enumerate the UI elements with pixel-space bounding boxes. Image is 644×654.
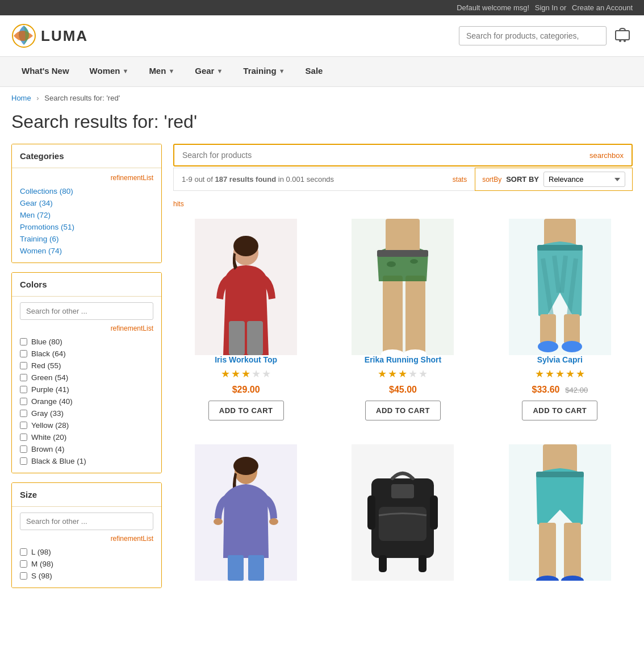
logo-area[interactable]: LUMA [11,23,88,48]
nav-item-men[interactable]: Men ▼ [139,57,185,86]
stats-prefix: 1-9 out of [182,175,215,184]
svg-point-31 [233,457,258,475]
svg-rect-50 [536,472,584,477]
category-men[interactable]: Men (72) [20,209,153,221]
breadcrumb: Home › Search results for: 'red' [0,87,644,106]
color-brown[interactable]: Brown (4) [20,443,153,455]
product-stars-erika: ★ ★ ★ ★ ★ [336,368,469,380]
svg-point-2 [619,40,621,42]
category-gear[interactable]: Gear (34) [20,197,153,209]
svg-point-6 [233,236,258,256]
colors-section: Colors refinementList Blue (80) Black (6… [11,272,162,473]
stats-suffix: in 0.001 seconds [276,175,334,184]
svg-rect-25 [564,314,580,344]
color-black[interactable]: Black (64) [20,348,153,360]
hits-label: hits [173,197,633,210]
svg-rect-40 [419,555,426,572]
sidebar: Categories refinementList Collections (8… [11,144,162,597]
header-search-input[interactable] [459,26,607,45]
size-l[interactable]: L (98) [20,546,153,558]
category-promotions[interactable]: Promotions (51) [20,221,153,233]
category-training[interactable]: Training (6) [20,233,153,245]
product-price-current-iris: $29.00 [232,385,260,394]
svg-point-26 [538,341,558,352]
categories-section: Categories refinementList Collections (8… [11,144,162,263]
product-name-erika[interactable]: Erika Running Short [336,355,469,364]
color-white[interactable]: White (20) [20,431,153,443]
results-search-input[interactable] [182,151,589,160]
categories-refinement-label: refinementList [20,174,153,182]
sort-select[interactable]: Relevance Price: Low to High Price: High… [543,172,625,187]
row2-1-product-image [195,444,297,581]
stats-section: 1-9 out of 187 results found in 0.001 se… [174,168,475,190]
nav-item-women[interactable]: Women ▼ [80,57,139,86]
add-to-cart-iris[interactable]: ADD TO CART [208,401,284,420]
color-yellow[interactable]: Yellow (28) [20,419,153,431]
create-account-link[interactable]: Create an Account [572,3,633,12]
results-search-bar: searchbox [173,144,633,166]
svg-rect-42 [430,495,438,530]
product-price-erika: $45.00 [336,385,469,395]
svg-point-15 [410,259,418,264]
product-name-iris[interactable]: Iris Workout Top [179,355,312,364]
nav-item-training[interactable]: Training ▼ [233,57,295,86]
size-s[interactable]: S (98) [20,570,153,582]
size-search-input[interactable] [20,513,153,530]
page-title-area: Search results for: 'red' [0,106,644,144]
svg-rect-47 [564,523,581,580]
product-image-erika [336,219,469,355]
welcome-message: Default welcome msg! [457,3,529,12]
product-price-sylvia: $33.60 $42.00 [494,385,626,395]
svg-rect-41 [367,495,375,530]
searchbox-label: searchbox [589,151,624,160]
color-green[interactable]: Green (54) [20,372,153,384]
category-collections[interactable]: Collections (80) [20,185,153,197]
svg-rect-24 [540,314,556,344]
svg-rect-1 [616,31,629,40]
color-blue[interactable]: Blue (80) [20,336,153,348]
svg-rect-11 [405,276,425,355]
colors-body: refinementList Blue (80) Black (64) Red … [12,297,161,473]
erika-product-image [352,219,454,355]
stats-sort-bar: 1-9 out of 187 results found in 0.001 se… [173,168,633,191]
product-price-old-sylvia: $42.00 [565,386,588,394]
nav-bar: What's New Women ▼ Men ▼ Gear ▼ Training… [0,57,644,87]
product-card-iris: Iris Workout Top ★ ★ ★ ★ ★ $29.00 ADD TO… [173,213,319,427]
size-refinement-label: refinementList [20,535,153,543]
color-red[interactable]: Red (55) [20,360,153,372]
logo-text: LUMA [41,27,88,45]
product-name-sylvia[interactable]: Sylvia Capri [494,355,626,364]
add-to-cart-sylvia[interactable]: ADD TO CART [522,401,597,420]
color-purple[interactable]: Purple (41) [20,384,153,395]
nav-item-gear[interactable]: Gear ▼ [185,57,233,86]
color-orange[interactable]: Orange (40) [20,395,153,407]
svg-rect-46 [539,523,556,580]
size-m[interactable]: M (98) [20,558,153,570]
colors-refinement-label: refinementList [20,324,153,332]
breadcrumb-home[interactable]: Home [11,94,31,102]
women-chevron-icon: ▼ [122,68,128,74]
product-card-erika: Erika Running Short ★ ★ ★ ★ ★ $45.00 ADD… [330,213,475,427]
categories-title: Categories [12,144,161,168]
svg-rect-16 [386,219,420,253]
product-price-iris: $29.00 [179,385,312,395]
product-card-row2-1 [173,438,319,587]
color-gray[interactable]: Gray (33) [20,407,153,419]
svg-rect-7 [229,321,245,355]
color-black-blue[interactable]: Black & Blue (1) [20,455,153,467]
svg-rect-43 [391,484,414,498]
add-to-cart-erika[interactable]: ADD TO CART [365,401,441,420]
sign-in-link[interactable]: Sign In [535,3,558,12]
luma-logo-icon [11,23,36,48]
svg-point-14 [387,261,396,267]
stats-label: stats [453,176,467,184]
product-stars-sylvia: ★ ★ ★ ★ ★ [494,368,626,380]
svg-rect-38 [379,507,426,541]
nav-item-whats-new[interactable]: What's New [11,57,80,86]
cart-button[interactable] [612,25,633,47]
category-women[interactable]: Women (74) [20,245,153,257]
colors-search-input[interactable] [20,302,153,320]
sort-by-label: SORT BY [506,175,539,184]
iris-product-image [195,219,297,355]
nav-item-sale[interactable]: Sale [295,57,333,86]
